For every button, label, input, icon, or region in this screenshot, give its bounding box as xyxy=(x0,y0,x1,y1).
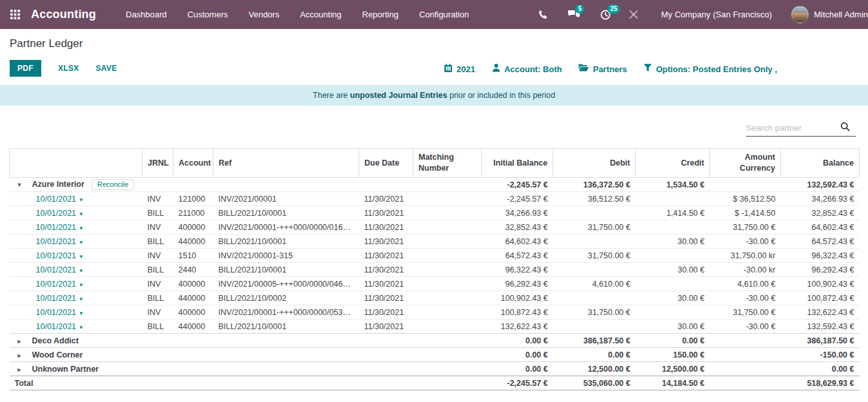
cell-debit: 136,372.50 € xyxy=(553,178,636,192)
cell-amount-currency: 4,610.00 € xyxy=(710,277,781,291)
cell-jrnl xyxy=(143,362,173,376)
activities-icon[interactable]: 25 xyxy=(600,9,611,21)
partner-name[interactable]: Wood Corner xyxy=(32,350,83,359)
cell-account xyxy=(173,178,213,192)
cell-account: 440000 xyxy=(173,235,213,249)
menu-reporting[interactable]: Reporting xyxy=(362,10,399,19)
cell-balance: 100,872.43 € xyxy=(781,291,860,305)
header-jrnl: JRNL xyxy=(143,149,173,178)
cell-matching-number xyxy=(413,305,482,320)
entry-date-link[interactable]: 10/01/2021 ▾ xyxy=(36,223,83,232)
company-switcher[interactable]: My Company (San Francisco) xyxy=(661,10,772,19)
pdf-button[interactable]: PDF xyxy=(10,60,41,77)
xlsx-button[interactable]: XLSX xyxy=(58,64,79,73)
caret-down-icon[interactable]: ▾ xyxy=(18,181,27,188)
cell-debit: 31,750.00 € xyxy=(553,249,636,263)
cell-account: 440000 xyxy=(173,320,213,334)
cell-due-date: 11/30/2021 xyxy=(359,220,413,235)
partner-name[interactable]: Unknown Partner xyxy=(32,365,99,374)
cell-initial-balance: 64,572.43 € xyxy=(482,249,553,263)
caret-right-icon[interactable]: ▸ xyxy=(18,338,27,345)
cell-amount-currency: 31,750.00 € xyxy=(710,305,781,320)
calendar-icon xyxy=(444,63,453,74)
partner-name[interactable]: Deco Addict xyxy=(32,336,79,345)
cell-date: 10/01/2021 ▾ xyxy=(10,220,143,235)
messages-icon[interactable]: 5 xyxy=(567,9,580,20)
apps-grid-icon[interactable] xyxy=(8,8,22,22)
menu-configuration[interactable]: Configuration xyxy=(419,10,469,19)
entry-date-link[interactable]: 10/01/2021 ▾ xyxy=(36,209,83,218)
cell-account xyxy=(173,362,213,376)
menu-vendors[interactable]: Vendors xyxy=(248,10,279,19)
ledger-line-row: 10/01/2021 ▾BILL440000BILL/2021/10/00011… xyxy=(10,320,860,334)
menu-accounting[interactable]: Accounting xyxy=(300,10,341,19)
user-avatar[interactable] xyxy=(791,6,809,23)
debug-tools-icon[interactable] xyxy=(628,9,639,20)
entry-date-link[interactable]: 10/01/2021 ▾ xyxy=(36,265,83,274)
menu-customers[interactable]: Customers xyxy=(188,10,228,19)
filter-date[interactable]: 2021 xyxy=(444,63,475,74)
phone-icon[interactable] xyxy=(538,10,548,20)
cell-due-date xyxy=(359,376,413,390)
caret-right-icon[interactable]: ▸ xyxy=(18,352,27,359)
filter-options[interactable]: Options: Posted Entries Only , xyxy=(644,64,777,74)
cell-date: 10/01/2021 ▾ xyxy=(10,249,143,263)
cell-initial-balance: 34,266.93 € xyxy=(482,206,553,220)
entry-date-link[interactable]: 10/01/2021 ▾ xyxy=(36,294,83,303)
partner-row[interactable]: ▸Deco Addict0.00 €386,187.50 €0.00 €386,… xyxy=(10,334,860,348)
entry-date-link[interactable]: 10/01/2021 ▾ xyxy=(36,280,83,289)
cell-account xyxy=(173,376,213,390)
cell-date: 10/01/2021 ▾ xyxy=(10,291,143,305)
cell-account xyxy=(173,334,213,348)
ledger-line-row: 10/01/2021 ▾BILL440000BILL/2021/10/00021… xyxy=(10,291,860,305)
cell-credit: 30.00 € xyxy=(636,235,710,249)
cell-jrnl: INV xyxy=(143,192,173,206)
filter-date-label: 2021 xyxy=(457,64,475,73)
cell-due-date: 11/30/2021 xyxy=(359,320,413,334)
entry-date-link[interactable]: 10/01/2021 ▾ xyxy=(36,308,83,317)
partner-row[interactable]: ▸Wood Corner0.00 €0.00 €150.00 €-150.00 … xyxy=(10,348,860,362)
cell-initial-balance: 96,292.43 € xyxy=(482,277,553,291)
cell-matching-number xyxy=(413,362,482,376)
cell-initial-balance: 64,602.43 € xyxy=(482,235,553,249)
user-name[interactable]: Mitchell Admin xyxy=(814,10,868,19)
partner-name[interactable]: Azure Interior xyxy=(32,180,84,189)
cell-jrnl: INV xyxy=(143,249,173,263)
menu-dashboard[interactable]: Dashboard xyxy=(126,10,167,19)
cell-balance: 64,602.43 € xyxy=(781,220,860,235)
cell-balance: 34,266.93 € xyxy=(781,192,860,206)
entry-date-link[interactable]: 10/01/2021 ▾ xyxy=(36,237,83,246)
cell-initial-balance: -2,245.57 € xyxy=(482,178,553,192)
cell-amount-currency: $ 36,512.50 xyxy=(710,192,781,206)
cell-jrnl: INV xyxy=(143,220,173,235)
cell-credit: 30.00 € xyxy=(636,263,710,277)
cell-initial-balance: 0.00 € xyxy=(482,348,553,362)
cell-partner: ▸Unknown Partner xyxy=(10,362,143,376)
app-name[interactable]: Accounting xyxy=(31,8,96,21)
caret-right-icon[interactable]: ▸ xyxy=(18,366,27,373)
partner-row[interactable]: ▸Unknown Partner0.00 €12,500.00 €12,500.… xyxy=(10,362,860,376)
cell-debit xyxy=(553,263,636,277)
cell-ref: BILL/2021/10/0001 xyxy=(213,263,359,277)
table-header-row: JRNL Account Ref Due Date Matching Numbe… xyxy=(10,149,860,178)
filter-partners[interactable]: Partners xyxy=(578,64,627,74)
cell-date: 10/01/2021 ▾ xyxy=(10,263,143,277)
save-button[interactable]: SAVE xyxy=(95,64,117,73)
reconcile-button[interactable]: Reconcile xyxy=(92,179,134,190)
report-filters: 2021 Account: Both Partners xyxy=(444,63,777,74)
cell-balance: 132,622.43 € xyxy=(781,305,860,320)
cell-partner: ▸Deco Addict xyxy=(10,334,143,348)
cell-amount-currency xyxy=(710,362,781,376)
messages-badge: 5 xyxy=(575,5,584,14)
entry-date-link[interactable]: 10/01/2021 ▾ xyxy=(36,195,83,204)
entry-date-link[interactable]: 10/01/2021 ▾ xyxy=(36,322,83,331)
entry-date-link[interactable]: 10/01/2021 ▾ xyxy=(36,251,83,260)
cell-ref xyxy=(213,334,359,348)
cell-partner: ▾Azure InteriorReconcile xyxy=(10,178,143,192)
partner-row[interactable]: ▾Azure InteriorReconcile-2,245.57 €136,3… xyxy=(10,178,860,192)
filter-account[interactable]: Account: Both xyxy=(492,63,562,74)
search-partner-input[interactable] xyxy=(746,123,840,133)
search-icon[interactable] xyxy=(840,122,850,134)
cell-date: 10/01/2021 ▾ xyxy=(10,235,143,249)
actions-row: PDF XLSX SAVE 2021 Account: Both xyxy=(0,60,868,77)
